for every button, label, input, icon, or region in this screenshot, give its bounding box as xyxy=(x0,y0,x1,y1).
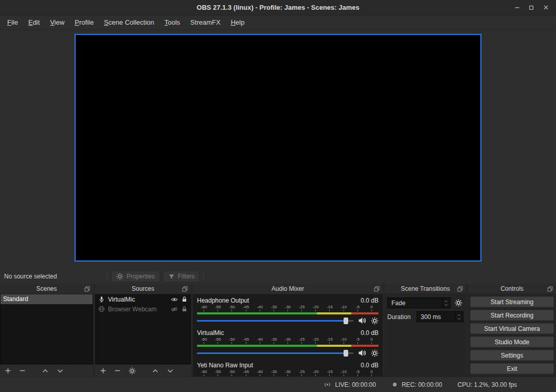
popout-icon[interactable] xyxy=(84,286,91,292)
scene-transitions-header: Scene Transitions xyxy=(385,284,466,294)
lock-icon[interactable] xyxy=(181,306,188,312)
move-source-down-icon[interactable] xyxy=(167,367,174,375)
mixer-channel-yeti-nano: Yeti Nano Raw Input 0.0 dB -60-55-50-45-… xyxy=(197,359,379,377)
dock-area: Scenes Standard Sources VirtualMic xyxy=(0,284,556,377)
microphone-icon xyxy=(98,296,105,303)
live-status: LIVE: 00:00:00 xyxy=(324,381,375,388)
popout-icon[interactable] xyxy=(182,286,188,292)
volume-slider[interactable] xyxy=(197,317,353,325)
source-toolbar: No source selected Properties Filters xyxy=(0,269,556,284)
menu-scene-collection[interactable]: Scene Collection xyxy=(99,15,159,29)
add-scene-icon[interactable] xyxy=(5,367,11,374)
mute-speaker-icon[interactable] xyxy=(358,349,366,357)
scenes-toolbar xyxy=(0,364,93,377)
filter-icon xyxy=(168,273,175,280)
menu-profile[interactable]: Profile xyxy=(69,15,99,29)
menu-help-label: Help xyxy=(231,18,245,26)
controls-panel-title: Controls xyxy=(500,285,524,292)
meter-scale: -60-55-50-45-40-35-30-25-20-15-10-50 xyxy=(197,337,379,342)
lock-icon[interactable] xyxy=(181,296,188,303)
menu-streamfx[interactable]: StreamFX xyxy=(185,15,226,29)
title-bar: OBS 27.1.3 (linux) - Profile: James - Sc… xyxy=(0,0,556,15)
transition-select[interactable]: Fade xyxy=(387,297,451,308)
mute-speaker-icon[interactable] xyxy=(358,316,366,325)
scene-item-standard[interactable]: Standard xyxy=(1,294,93,304)
start-recording-button[interactable]: Start Recording xyxy=(470,310,554,321)
scenes-panel: Scenes Standard xyxy=(0,284,93,377)
menu-file[interactable]: File xyxy=(2,15,23,29)
controls-panel-header: Controls xyxy=(468,284,556,294)
volume-slider[interactable] xyxy=(197,349,353,357)
start-virtual-camera-button[interactable]: Start Virtual Camera xyxy=(470,323,554,334)
popout-icon[interactable] xyxy=(457,286,463,292)
duration-spinbox[interactable]: 300 ms xyxy=(417,311,463,322)
add-source-icon[interactable] xyxy=(100,367,106,374)
move-scene-down-icon[interactable] xyxy=(57,367,64,375)
rec-timer: REC: 00:00:00 xyxy=(402,381,442,388)
spinbox-arrows[interactable] xyxy=(455,312,463,322)
channel-settings-gear-icon[interactable] xyxy=(371,317,379,325)
menu-edit[interactable]: Edit xyxy=(23,15,45,29)
controls-panel: Controls Start Streaming Start Recording… xyxy=(468,284,556,377)
channel-level: 0.0 dB xyxy=(361,329,379,337)
properties-button[interactable]: Properties xyxy=(111,271,160,282)
visibility-eye-off-icon[interactable] xyxy=(171,306,178,313)
live-timer: LIVE: 00:00:00 xyxy=(335,381,375,388)
source-name: VirtualMic xyxy=(108,296,168,303)
sources-panel: Sources VirtualMic Browser Webcam xyxy=(95,284,191,377)
controls-panel-body: Start Streaming Start Recording Start Vi… xyxy=(468,294,556,377)
chevron-up-icon xyxy=(457,313,461,317)
menu-file-label: File xyxy=(7,18,18,26)
remove-source-icon[interactable] xyxy=(114,367,121,374)
duration-value: 300 ms xyxy=(417,312,455,322)
scene-transitions-body: Fade Duration 300 ms xyxy=(385,294,466,377)
mixer-channel-headphone-output: Headphone Output 0.0 dB -60-55-50-45-40-… xyxy=(197,294,379,327)
channel-name: Headphone Output xyxy=(197,297,249,305)
chevron-down-icon xyxy=(457,317,461,321)
transition-selected-value: Fade xyxy=(388,298,442,308)
popout-icon[interactable] xyxy=(373,286,380,292)
remove-scene-icon[interactable] xyxy=(19,367,26,374)
menu-bar: File Edit View Profile Scene Collection … xyxy=(0,15,556,30)
move-scene-up-icon[interactable] xyxy=(42,367,49,375)
menu-tools[interactable]: Tools xyxy=(159,15,185,29)
popout-icon[interactable] xyxy=(547,286,553,292)
source-item-virtualmic[interactable]: VirtualMic xyxy=(96,294,190,304)
menu-scene-collection-label: Scene Collection xyxy=(104,18,154,26)
filters-button[interactable]: Filters xyxy=(163,271,200,282)
move-source-up-icon[interactable] xyxy=(152,367,159,375)
filters-button-label: Filters xyxy=(178,273,195,280)
menu-help[interactable]: Help xyxy=(226,15,250,29)
maximize-button[interactable] xyxy=(524,0,539,15)
source-properties-gear-icon[interactable] xyxy=(129,367,136,375)
volume-slider-handle[interactable] xyxy=(344,350,348,357)
audio-mixer-panel: Audio Mixer Headphone Output 0.0 dB -60-… xyxy=(193,284,383,377)
gear-icon xyxy=(455,299,462,307)
duration-label: Duration xyxy=(387,313,414,321)
transition-settings-button[interactable] xyxy=(453,299,463,307)
chevron-down-icon xyxy=(444,303,449,307)
preview-canvas[interactable] xyxy=(75,34,481,262)
preview-area xyxy=(0,30,556,269)
close-button[interactable] xyxy=(539,0,553,15)
volume-slider-handle[interactable] xyxy=(344,318,348,324)
channel-settings-gear-icon[interactable] xyxy=(371,349,379,357)
source-item-browser-webcam[interactable]: Browser Webcam xyxy=(96,304,190,314)
chevron-up-icon xyxy=(444,300,449,303)
exit-button[interactable]: Exit xyxy=(470,363,554,374)
scene-transitions-title: Scene Transitions xyxy=(401,285,450,292)
menu-view[interactable]: View xyxy=(45,15,69,29)
start-streaming-button[interactable]: Start Streaming xyxy=(470,296,554,307)
combo-arrows[interactable] xyxy=(442,298,450,308)
audio-mixer-title: Audio Mixer xyxy=(272,285,304,292)
minimize-button[interactable] xyxy=(510,0,524,15)
toolbar-separator xyxy=(107,271,107,282)
scene-transitions-panel: Scene Transitions Fade Duration xyxy=(385,284,466,377)
meter-ticks xyxy=(197,310,379,312)
window-controls xyxy=(510,0,553,15)
properties-button-label: Properties xyxy=(127,273,155,280)
menu-streamfx-label: StreamFX xyxy=(190,18,221,26)
visibility-eye-icon[interactable] xyxy=(171,296,178,303)
studio-mode-button[interactable]: Studio Mode xyxy=(470,337,554,347)
settings-button[interactable]: Settings xyxy=(470,350,554,361)
